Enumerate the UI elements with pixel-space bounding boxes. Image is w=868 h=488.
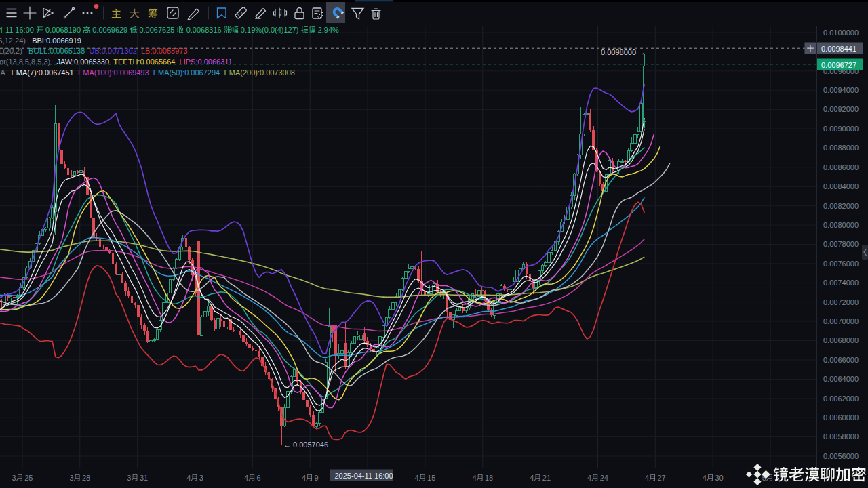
svg-text:0.0062000: 0.0062000 [823,394,859,403]
svg-text:0.0086000: 0.0086000 [823,163,859,171]
svg-text:0.0069629: 0.0069629 [90,26,130,34]
svg-text:0.0064000: 0.0064000 [823,375,859,383]
svg-text:4: 4 [186,474,191,482]
svg-text:4: 4 [587,474,591,482]
svg-text:4: 4 [415,474,419,482]
svg-text:6: 6 [257,474,261,482]
svg-text:24: 24 [600,474,608,482]
svg-text:2025-04-11 16:00: 2025-04-11 16:00 [335,472,393,480]
svg-text:BOLL(20,2): BOLL(20,2) [0,47,28,55]
svg-text:3: 3 [12,474,16,482]
svg-text:4: 4 [244,474,248,482]
svg-text:0.0100000: 0.0100000 [823,28,859,37]
svg-text:4: 4 [472,474,476,482]
svg-text:0.0067625: 0.0067625 [137,26,176,34]
svg-text:0.0066000: 0.0066000 [823,356,859,364]
svg-text:0.0082000: 0.0082000 [823,202,859,210]
svg-text:0.0068000: 0.0068000 [823,336,859,344]
svg-text:4: 4 [645,474,649,482]
svg-text:EMA(50):0.0067294: EMA(50):0.0067294 [153,68,224,77]
svg-text:3: 3 [199,474,203,482]
svg-text:0.0068190: 0.0068190 [43,26,83,34]
svg-text:18: 18 [485,474,493,482]
svg-text:LB:0.0058973: LB:0.0058973 [141,47,188,55]
svg-text:2.94%: 2.94% [316,26,339,34]
svg-text:← 0.0057046: ← 0.0057046 [283,441,328,449]
svg-text:0.0072000: 0.0072000 [823,298,859,306]
svg-text:JAW:0.0065330: JAW:0.0065330 [56,58,113,66]
svg-text:0.0070000: 0.0070000 [823,317,859,325]
svg-text:EMA(200):0.0073008: EMA(200):0.0073008 [224,68,295,77]
svg-text:4: 4 [703,474,707,482]
svg-text:0.0074000: 0.0074000 [823,279,859,287]
svg-text:0.0078000: 0.0078000 [823,240,859,248]
svg-text:27: 27 [658,474,666,482]
svg-text:Alligator(13,8,5,8,5,3): Alligator(13,8,5,8,5,3) [0,58,56,66]
svg-text:BOLL:0.0065138: BOLL:0.0065138 [28,47,89,55]
svg-text:EMA(100):0.0069493: EMA(100):0.0069493 [78,68,153,77]
svg-text:EMA: EMA [0,68,11,77]
svg-text:0.0088000: 0.0088000 [823,144,859,152]
svg-text:0.0068316: 0.0068316 [184,26,224,34]
svg-text:15: 15 [427,474,435,482]
svg-text:28: 28 [82,474,90,482]
svg-text:25: 25 [24,474,33,482]
svg-text:04-11 16:00: 04-11 16:00 [0,26,36,34]
svg-text:TEETH:0.0065664: TEETH:0.0065664 [113,58,179,66]
svg-text:0.19%(0.0(4)127): 0.19%(0.0(4)127) [239,26,301,34]
svg-text:4: 4 [530,474,534,482]
svg-text:31: 31 [140,474,148,482]
svg-text:30: 30 [715,474,723,482]
svg-text:0.0098441: 0.0098441 [821,45,856,53]
svg-text:3: 3 [69,474,73,482]
svg-text:9: 9 [315,474,319,482]
svg-text:EMA(7):0.0067451: EMA(7):0.0067451 [11,68,77,77]
svg-text:0.0080000: 0.0080000 [823,221,859,229]
svg-text:UB:0.0071302: UB:0.0071302 [90,47,141,55]
svg-text:0.0076000: 0.0076000 [823,260,859,268]
svg-text:0.0098000 →: 0.0098000 → [601,48,646,56]
svg-text:0.0090000: 0.0090000 [823,125,859,133]
svg-text:0.0096727: 0.0096727 [821,61,856,69]
svg-text:LIPS:0.0066311: LIPS:0.0066311 [180,58,233,66]
svg-text:BBI(3,6,12,24): BBI(3,6,12,24) [0,37,32,45]
svg-text:0.0094000: 0.0094000 [823,86,859,94]
svg-text:BBI:0.0066919: BBI:0.0066919 [32,37,81,45]
svg-text:0.0092000: 0.0092000 [823,105,859,113]
svg-text:0.0084000: 0.0084000 [823,182,859,190]
svg-text:0.0060000: 0.0060000 [823,413,859,422]
svg-text:21: 21 [542,474,551,482]
svg-text:0.0058000: 0.0058000 [823,432,859,441]
svg-text:0.0056000: 0.0056000 [823,452,859,460]
svg-text:4: 4 [302,474,306,482]
svg-text:3: 3 [127,474,131,482]
